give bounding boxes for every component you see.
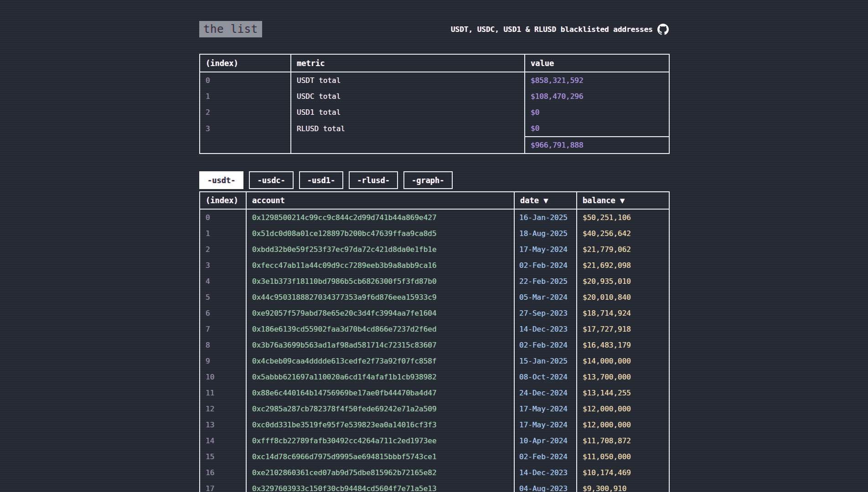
address-cell-date: 02-Feb-2024	[514, 257, 577, 273]
tab-usd1[interactable]: -usd1-	[299, 171, 343, 189]
address-row: 170x3297603933c150f30cb94484cd5604f7e71a…	[200, 481, 669, 492]
address-cell-balance: $50,251,106	[577, 209, 669, 226]
address-cell-account: 0x88e6c440164b14756969be17ae0fb44470ba4d…	[246, 385, 514, 401]
address-cell-balance: $9,300,910	[577, 481, 669, 492]
summary-col-index: (index)	[200, 54, 291, 72]
page: the list USDT, USDC, USD1 & RLUSD blackl…	[199, 0, 669, 492]
address-cell-date: 08-Oct-2024	[514, 369, 577, 385]
address-cell-balance: $10,174,469	[577, 465, 669, 481]
summary-row: 3RLUSD total$0	[200, 120, 669, 137]
address-cell-index: 0	[200, 209, 246, 226]
address-row: 80x3b76a3699b563ad1af98ad581714c72315c83…	[200, 337, 669, 353]
address-row: 00x1298500214c99cc9c844c2d99d741b44a869e…	[200, 209, 669, 226]
address-row: 20xbdd32b0e59f253f37ec97da72c421d8da0e1f…	[200, 241, 669, 257]
address-cell-balance: $21,779,062	[577, 241, 669, 257]
address-cell-date: 04-Aug-2023	[514, 481, 577, 492]
address-cell-index: 16	[200, 465, 246, 481]
address-cell-account: 0x5abbb621697a110020a6cd1f4afaf1b1cb9389…	[246, 369, 514, 385]
address-cell-index: 5	[200, 289, 246, 305]
address-cell-date: 17-May-2024	[514, 401, 577, 417]
token-tabs: -usdt--usdc--usd1--rlusd--graph-	[199, 171, 669, 189]
github-link[interactable]	[657, 24, 669, 35]
github-icon	[657, 24, 669, 35]
address-cell-account: 0xfecc47ab11a44c09d9cc7289eeb3b9a8abb9ca…	[246, 257, 514, 273]
address-cell-date: 10-Apr-2024	[514, 433, 577, 449]
address-row: 10x51dc0d08a01ce128897b200bc47639ffaa9ca…	[200, 226, 669, 241]
address-cell-balance: $16,483,179	[577, 337, 669, 353]
address-cell-index: 11	[200, 385, 246, 401]
address-cell-account: 0x1298500214c99cc9c844c2d99d741b44a869e4…	[246, 209, 514, 226]
tab-usdt[interactable]: -usdt-	[199, 171, 243, 189]
summary-cell-value: $108,470,296	[525, 88, 669, 104]
address-cell-index: 12	[200, 401, 246, 417]
summary-cell-metric: USDT total	[291, 72, 525, 88]
address-cell-balance: $20,010,840	[577, 289, 669, 305]
address-cell-date: 16-Jan-2025	[514, 209, 577, 226]
tab-rlusd[interactable]: -rlusd-	[349, 171, 398, 189]
summary-col-value: value	[525, 54, 669, 72]
address-cell-date: 15-Jan-2025	[514, 353, 577, 369]
address-col-account: account	[246, 192, 514, 209]
topbar: the list USDT, USDC, USD1 & RLUSD blackl…	[199, 21, 669, 37]
address-cell-account: 0xc0dd331be3519fe95f7e539823ea0a14016cf3…	[246, 417, 514, 433]
address-cell-index: 6	[200, 305, 246, 321]
address-cell-balance: $11,050,000	[577, 449, 669, 465]
summary-col-metric: metric	[291, 54, 525, 72]
address-cell-balance: $20,935,010	[577, 273, 669, 289]
address-cell-balance: $12,000,000	[577, 417, 669, 433]
address-cell-account: 0xbdd32b0e59f253f37ec97da72c421d8da0e1fb…	[246, 241, 514, 257]
address-row: 130xc0dd331be3519fe95f7e539823ea0a14016c…	[200, 417, 669, 433]
address-row: 110x88e6c440164b14756969be17ae0fb44470ba…	[200, 385, 669, 401]
summary-cell-value: $0	[525, 120, 669, 137]
address-cell-date: 02-Feb-2024	[514, 449, 577, 465]
summary-cell-index: 3	[200, 120, 291, 137]
summary-total: $966,791,888	[525, 137, 669, 154]
address-row: 150xc14d78c6966d7975d9995ae694815bbbf574…	[200, 449, 669, 465]
summary-table: (index) metric value 0USDT total$858,321…	[199, 54, 670, 154]
address-cell-index: 15	[200, 449, 246, 465]
address-cell-index: 4	[200, 273, 246, 289]
address-cell-date: 14-Dec-2023	[514, 465, 577, 481]
address-cell-account: 0x4cbeb09caa4dddde613cedfe2f73a92f07fc85…	[246, 353, 514, 369]
page-subtitle-wrap: USDT, USDC, USD1 & RLUSD blacklisted add…	[451, 24, 669, 35]
summary-cell-metric: RLUSD total	[291, 120, 525, 137]
address-cell-balance: $40,256,642	[577, 226, 669, 241]
address-cell-index: 3	[200, 257, 246, 273]
address-cell-index: 1	[200, 226, 246, 241]
address-cell-account: 0xc2985a287cb782378f4f50fede69242e71a2a5…	[246, 401, 514, 417]
address-cell-balance: $11,708,872	[577, 433, 669, 449]
address-cell-account: 0x3297603933c150f30cb94484cd5604f7e71a5e…	[246, 481, 514, 492]
address-cell-index: 10	[200, 369, 246, 385]
address-col-balance-sort[interactable]: balance ▼	[577, 192, 669, 209]
summary-footer-empty	[200, 137, 291, 154]
summary-cell-index: 1	[200, 88, 291, 104]
page-subtitle: USDT, USDC, USD1 & RLUSD blacklisted add…	[451, 25, 653, 34]
address-cell-date: 24-Dec-2024	[514, 385, 577, 401]
summary-row: 1USDC total$108,470,296	[200, 88, 669, 104]
address-cell-index: 13	[200, 417, 246, 433]
address-row: 70x186e6139cd55902faa3d70b4cd866e7237d2f…	[200, 321, 669, 337]
summary-row: 2USD1 total$0	[200, 104, 669, 120]
address-cell-balance: $18,714,924	[577, 305, 669, 321]
tab-usdc[interactable]: -usdc-	[249, 171, 293, 189]
address-cell-date: 22-Feb-2025	[514, 273, 577, 289]
address-cell-date: 05-Mar-2024	[514, 289, 577, 305]
address-row: 120xc2985a287cb782378f4f50fede69242e71a2…	[200, 401, 669, 417]
address-col-date-sort[interactable]: date ▼	[514, 192, 577, 209]
address-row: 30xfecc47ab11a44c09d9cc7289eeb3b9a8abb9c…	[200, 257, 669, 273]
address-cell-balance: $13,700,000	[577, 369, 669, 385]
summary-cell-metric: USDC total	[291, 88, 525, 104]
address-col-index: (index)	[200, 192, 246, 209]
address-cell-balance: $21,692,098	[577, 257, 669, 273]
address-cell-date: 14-Dec-2023	[514, 321, 577, 337]
summary-cell-metric: USD1 total	[291, 104, 525, 120]
summary-cell-value: $858,321,592	[525, 72, 669, 88]
address-cell-account: 0x3e1b373f18110bd7986b5cb6826300f5f3fd87…	[246, 273, 514, 289]
address-cell-date: 27-Sep-2023	[514, 305, 577, 321]
address-cell-account: 0xc14d78c6966d7975d9995ae694815bbbf5743c…	[246, 449, 514, 465]
tab-graph[interactable]: -graph-	[403, 171, 453, 189]
address-cell-date: 17-May-2024	[514, 241, 577, 257]
address-row: 160xe2102860361ced07ab9d75dbe815962b7216…	[200, 465, 669, 481]
address-row: 100x5abbb621697a110020a6cd1f4afaf1b1cb93…	[200, 369, 669, 385]
summary-row: 0USDT total$858,321,592	[200, 72, 669, 88]
